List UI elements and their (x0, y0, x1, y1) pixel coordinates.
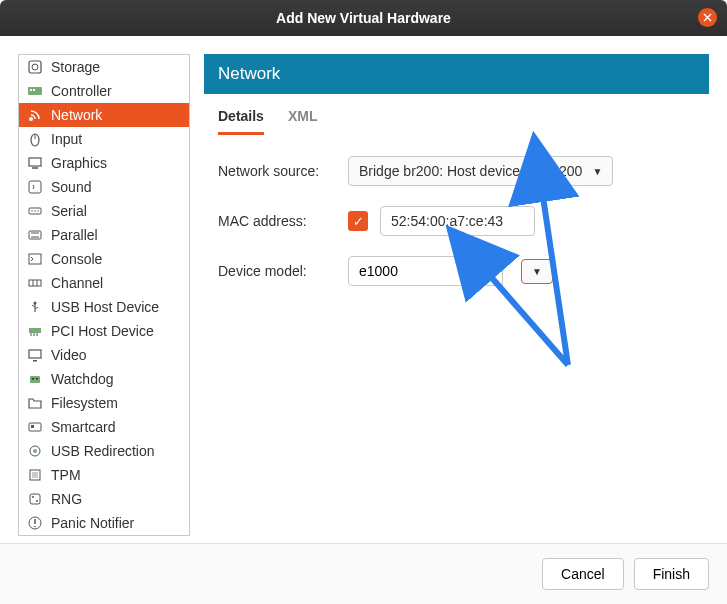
network-source-value: Bridge br200: Host device eno2.200 (359, 163, 582, 179)
smartcard-icon (27, 419, 43, 435)
svg-rect-34 (31, 425, 34, 428)
tab-xml[interactable]: XML (288, 108, 318, 135)
sidebar-item-label: Filesystem (51, 395, 118, 411)
svg-rect-33 (29, 423, 41, 431)
svg-rect-30 (30, 376, 40, 383)
sidebar-item-label: Parallel (51, 227, 98, 243)
sidebar-item-panic[interactable]: Panic Notifier (19, 511, 189, 535)
sidebar-item-label: Network (51, 107, 102, 123)
sidebar-item-storage[interactable]: Storage (19, 55, 189, 79)
pci-icon (27, 323, 43, 339)
svg-rect-3 (30, 89, 32, 91)
graphics-icon (27, 155, 43, 171)
sidebar-item-network[interactable]: Network (19, 103, 189, 127)
sidebar-item-usbredir[interactable]: USB Redirection (19, 439, 189, 463)
sidebar-item-label: TPM (51, 467, 81, 483)
filesystem-icon (27, 395, 43, 411)
sidebar-item-label: RNG (51, 491, 82, 507)
sidebar-item-label: Storage (51, 59, 100, 75)
label-device-model: Device model: (218, 263, 336, 279)
sidebar-item-console[interactable]: Console (19, 247, 189, 271)
sidebar-item-label: Input (51, 131, 82, 147)
titlebar: Add New Virtual Hardware (0, 0, 727, 36)
tab-details[interactable]: Details (218, 108, 264, 135)
sidebar-item-label: Watchdog (51, 371, 114, 387)
sidebar-item-smartcard[interactable]: Smartcard (19, 415, 189, 439)
svg-rect-18 (29, 254, 41, 264)
sidebar-item-tpm[interactable]: TPM (19, 463, 189, 487)
sidebar-item-label: Smartcard (51, 419, 116, 435)
sidebar-item-label: Graphics (51, 155, 107, 171)
tabs: Details XML (204, 94, 709, 136)
channel-icon (27, 275, 43, 291)
sidebar-item-pci[interactable]: PCI Host Device (19, 319, 189, 343)
sound-icon (27, 179, 43, 195)
mac-input[interactable] (380, 206, 535, 236)
footer: Cancel Finish (0, 543, 727, 604)
label-network-source: Network source: (218, 163, 336, 179)
sidebar-item-vsock[interactable]: Virtio VSOCK (19, 535, 189, 536)
svg-rect-0 (29, 61, 41, 73)
serial-icon (27, 203, 43, 219)
svg-rect-15 (29, 231, 41, 239)
sidebar-item-label: PCI Host Device (51, 323, 154, 339)
mac-checkbox[interactable]: ✓ (348, 211, 368, 231)
svg-point-41 (36, 500, 38, 502)
sidebar-item-label: Controller (51, 83, 112, 99)
svg-point-12 (31, 210, 32, 211)
sidebar-item-filesystem[interactable]: Filesystem (19, 391, 189, 415)
usbredir-icon (27, 443, 43, 459)
close-button[interactable] (698, 8, 717, 27)
video-icon (27, 347, 43, 363)
sidebar-item-channel[interactable]: Channel (19, 271, 189, 295)
svg-rect-32 (36, 378, 38, 380)
sidebar-item-label: Channel (51, 275, 103, 291)
sidebar-item-sound[interactable]: Sound (19, 175, 189, 199)
network-source-dropdown[interactable]: Bridge br200: Host device eno2.200 ▼ (348, 156, 613, 186)
svg-rect-31 (32, 378, 34, 380)
sidebar-item-input[interactable]: Input (19, 127, 189, 151)
device-model-input[interactable] (348, 256, 503, 286)
parallel-icon (27, 227, 43, 243)
device-model-dropdown-toggle[interactable]: ▼ (521, 259, 553, 284)
sidebar-item-rng[interactable]: RNG (19, 487, 189, 511)
svg-rect-10 (29, 181, 41, 193)
sidebar-item-label: Video (51, 347, 87, 363)
sidebar-item-video[interactable]: Video (19, 343, 189, 367)
row-device-model: Device model: ▼ (218, 256, 695, 286)
storage-icon (27, 59, 43, 75)
sidebar-item-label: Serial (51, 203, 87, 219)
panel-title: Network (204, 54, 709, 94)
svg-rect-29 (33, 360, 37, 362)
window-body: StorageControllerNetworkInputGraphicsSou… (0, 36, 727, 554)
svg-point-44 (34, 526, 36, 528)
svg-point-14 (37, 210, 38, 211)
label-mac: MAC address: (218, 213, 336, 229)
network-icon (27, 107, 43, 123)
sidebar-item-serial[interactable]: Serial (19, 199, 189, 223)
panic-icon (27, 515, 43, 531)
sidebar-item-controller[interactable]: Controller (19, 79, 189, 103)
chevron-down-icon: ▼ (592, 166, 602, 177)
svg-point-1 (32, 64, 38, 70)
sidebar-item-graphics[interactable]: Graphics (19, 151, 189, 175)
input-icon (27, 131, 43, 147)
tpm-icon (27, 467, 43, 483)
row-network-source: Network source: Bridge br200: Host devic… (218, 156, 695, 186)
watchdog-icon (27, 371, 43, 387)
svg-rect-39 (30, 494, 40, 504)
sidebar-item-label: USB Host Device (51, 299, 159, 315)
svg-point-36 (33, 449, 37, 453)
svg-rect-24 (29, 328, 41, 333)
svg-point-5 (29, 117, 33, 121)
sidebar-item-parallel[interactable]: Parallel (19, 223, 189, 247)
finish-button[interactable]: Finish (634, 558, 709, 590)
sidebar-item-usb[interactable]: USB Host Device (19, 295, 189, 319)
svg-rect-4 (33, 89, 35, 91)
cancel-button[interactable]: Cancel (542, 558, 624, 590)
console-icon (27, 251, 43, 267)
sidebar-item-label: Console (51, 251, 102, 267)
svg-rect-8 (29, 158, 41, 166)
sidebar-item-label: USB Redirection (51, 443, 155, 459)
sidebar-item-watchdog[interactable]: Watchdog (19, 367, 189, 391)
